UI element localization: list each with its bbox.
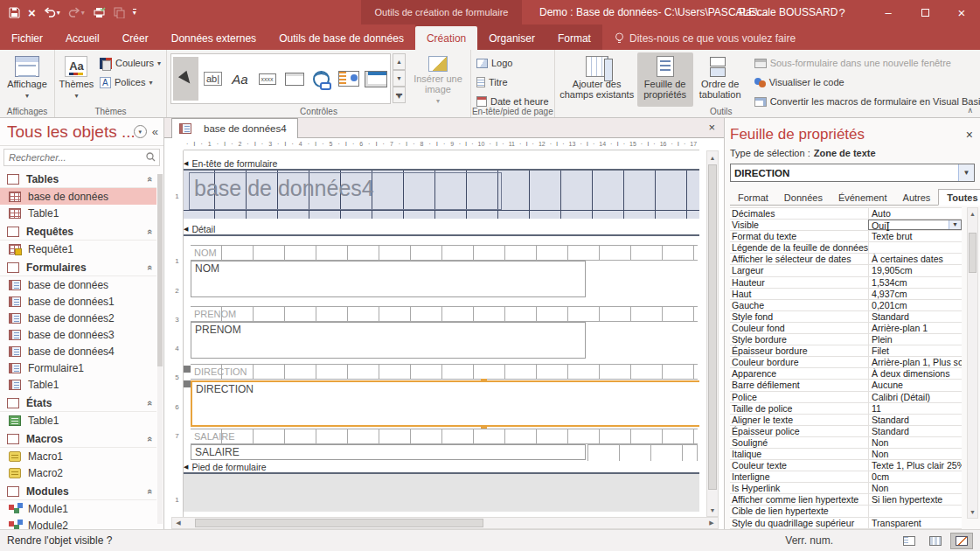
ribbon-tab-contextual[interactable]: Organiser xyxy=(477,27,546,50)
property-row[interactable]: Couleur texte Texte 1, Plus clair 25%▼ xyxy=(730,460,962,471)
move-handle[interactable] xyxy=(184,366,191,373)
ribbon-tab[interactable]: Fichier xyxy=(0,27,54,50)
property-row[interactable]: Afficher le sélecteur de dates À certain… xyxy=(730,254,962,265)
form-footer-section-bar[interactable]: ◀Pied de formulaire xyxy=(184,461,699,472)
property-row[interactable]: Visible Oui▼ xyxy=(730,220,962,231)
save-icon[interactable] xyxy=(9,7,20,18)
property-row[interactable]: Épaisseur bordure Filet▼ xyxy=(730,345,962,357)
view-code-button[interactable]: Visualiser le code xyxy=(751,73,980,91)
scroll-right-icon[interactable]: ▶ xyxy=(705,518,718,528)
form-footer-grid[interactable] xyxy=(184,472,699,512)
property-row[interactable]: Légende de la feuille de données ▼ xyxy=(730,242,962,254)
tab-order-button[interactable]: Ordre de tabulation xyxy=(693,52,747,107)
nav-row[interactable]: base de données « xyxy=(0,276,156,293)
delete-icon[interactable]: × xyxy=(28,5,36,20)
control-icon[interactable] xyxy=(173,57,198,101)
insert-image-button[interactable]: Insérer une image▾ xyxy=(407,52,469,107)
scroll-up-icon[interactable]: ▲ xyxy=(707,151,718,164)
prenom-label[interactable]: PRENOM xyxy=(191,306,698,322)
detail-grid[interactable]: NOM NOM PRENOM PRENOM DIRECTION DIRECTIO… xyxy=(184,234,699,461)
control-icon[interactable] xyxy=(254,57,280,101)
property-sheet-close-icon[interactable]: × xyxy=(966,128,975,142)
design-view-icon[interactable] xyxy=(950,533,973,549)
form-design-surface[interactable]: ◀En-tête de formulaire base de données4 … xyxy=(184,150,699,517)
canvas-vertical-scrollbar[interactable]: ▲ ▼ xyxy=(706,150,719,517)
property-row[interactable]: Gauche 0,201cm▼ xyxy=(730,300,962,311)
control-icon[interactable] xyxy=(309,57,334,101)
ribbon-tab[interactable]: Outils de base de données xyxy=(268,27,415,50)
form-title-text[interactable]: base de données4 xyxy=(194,176,374,201)
subform-new-window-button[interactable]: Sous-formulaire dans une nouvelle fenêtr… xyxy=(751,54,980,72)
form-view-icon[interactable] xyxy=(898,533,921,549)
property-row[interactable]: Cible de lien hypertexte ▼ xyxy=(730,506,962,517)
search-input[interactable] xyxy=(3,149,160,166)
scroll-down-icon[interactable]: ▼ xyxy=(707,504,718,516)
fonts-button[interactable]: APolices▾ xyxy=(96,73,164,91)
ribbon-tab-contextual[interactable]: Création xyxy=(415,26,477,50)
nav-row[interactable]: base de données4 « xyxy=(0,343,156,359)
colors-button[interactable]: Couleurs▾ xyxy=(96,54,164,72)
property-tab[interactable]: Données xyxy=(776,189,831,206)
property-tab[interactable]: Toutes xyxy=(938,189,980,206)
property-row[interactable]: Haut 4,937cm▼ xyxy=(730,289,962,300)
nom-label[interactable]: NOM xyxy=(191,245,698,261)
minimize-button[interactable]: – xyxy=(870,0,907,24)
scroll-up-icon[interactable]: ▲ xyxy=(968,208,977,220)
nav-row[interactable]: Module2 « xyxy=(0,517,156,529)
add-existing-fields-button[interactable]: Ajouter des champs existants xyxy=(557,52,637,107)
section-collapse-icon[interactable]: « xyxy=(145,488,156,493)
control-icon[interactable] xyxy=(281,57,307,101)
nav-row[interactable]: Formulaire1 « xyxy=(0,359,156,376)
view-button[interactable]: Affichage▾ xyxy=(2,52,52,107)
ribbon-tab[interactable]: Données externes xyxy=(160,27,268,50)
customize-qat-icon[interactable]: ▾ xyxy=(133,9,136,16)
property-row[interactable]: Aligner le texte Standard▼ xyxy=(730,415,962,426)
nav-row[interactable]: Macros « xyxy=(0,430,156,448)
gallery-up-icon[interactable]: ▲ xyxy=(393,53,406,70)
section-collapse-icon[interactable]: « xyxy=(145,228,156,234)
section-collapse-icon[interactable]: « xyxy=(145,400,156,405)
layout-view-icon[interactable] xyxy=(924,533,947,549)
property-row[interactable]: Décimales Auto▼ xyxy=(730,208,962,220)
section-collapse-icon[interactable]: « xyxy=(145,436,156,441)
redo-icon[interactable]: ▾ xyxy=(68,7,85,17)
property-row[interactable]: Police Calibri (Détail)▼ xyxy=(730,392,962,403)
ribbon-tab[interactable]: Créer xyxy=(111,27,160,50)
property-tab[interactable]: Format xyxy=(730,189,776,206)
nav-row[interactable]: Modules « xyxy=(0,483,156,500)
scroll-thumb[interactable] xyxy=(708,164,717,490)
prenom-textbox[interactable]: PRENOM xyxy=(191,322,586,359)
property-scrollbar[interactable]: ▲ ▼ xyxy=(967,207,978,519)
property-row[interactable]: Hauteur 1,534cm▼ xyxy=(730,277,962,289)
property-row[interactable]: Afficher comme lien hypertexte Si lien h… xyxy=(730,494,962,506)
property-tab[interactable]: Autres xyxy=(895,189,939,206)
ribbon-tab-contextual[interactable]: Format xyxy=(546,27,602,50)
nav-row[interactable]: base de données2 « xyxy=(0,310,156,326)
property-row[interactable]: Barre défilement Aucune▼ xyxy=(730,380,962,391)
gallery-down-icon[interactable]: ▼ xyxy=(393,70,406,87)
nav-row[interactable]: Macro1 « xyxy=(0,448,156,464)
form-header-section-bar[interactable]: ◀En-tête de formulaire xyxy=(184,157,699,169)
property-row[interactable]: Style du quadrillage supérieur Transpare… xyxy=(730,518,962,529)
scroll-down-icon[interactable]: ▼ xyxy=(968,506,977,518)
gallery-more-icon[interactable]: ▬▼ xyxy=(393,87,406,103)
shutter-bar-icon[interactable]: « xyxy=(152,125,158,138)
detail-section-bar[interactable]: ◀Détail xyxy=(184,223,699,234)
property-row[interactable]: Style fond Standard▼ xyxy=(730,311,962,323)
property-row[interactable]: Épaisseur police Standard▼ xyxy=(730,426,962,437)
property-row[interactable]: Italique Non▼ xyxy=(730,449,962,460)
direction-textbox-selected[interactable]: DIRECTION xyxy=(191,380,699,427)
nav-row[interactable]: Macro2 « xyxy=(0,464,156,481)
control-icon[interactable] xyxy=(200,57,226,101)
property-row[interactable]: Largeur 19,905cm▼ xyxy=(730,265,962,276)
document-tab[interactable]: base de données4 xyxy=(171,118,298,138)
document-close-icon[interactable]: × xyxy=(708,121,715,134)
control-icon[interactable] xyxy=(336,57,361,101)
property-row[interactable]: Is Hyperlink Non▼ xyxy=(730,483,962,494)
salaire-label[interactable]: SALAIRE xyxy=(191,429,698,444)
ribbon-tab[interactable]: Accueil xyxy=(54,27,111,50)
print-preview-icon[interactable] xyxy=(93,7,106,18)
scroll-thumb[interactable] xyxy=(969,233,977,273)
form-header-grid[interactable]: base de données4 xyxy=(184,169,699,219)
property-row[interactable]: Souligné Non▼ xyxy=(730,437,962,449)
